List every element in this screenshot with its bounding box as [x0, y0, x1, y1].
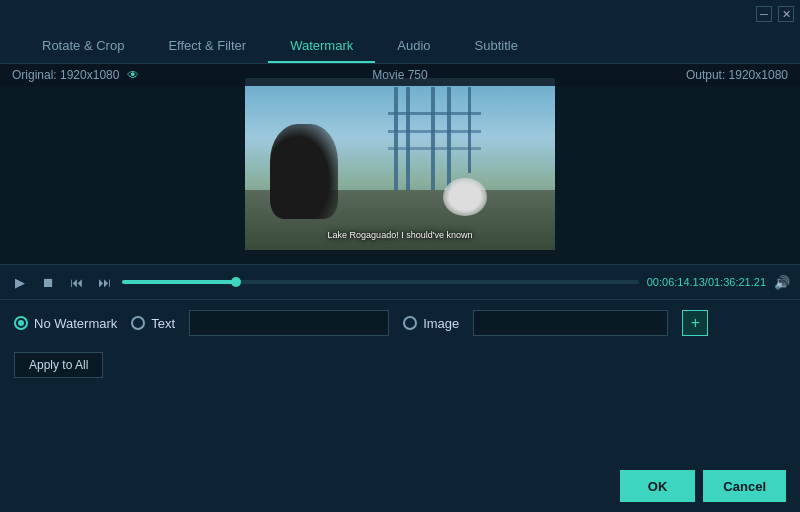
movie-title: Movie 750	[372, 68, 427, 82]
no-watermark-radio[interactable]	[14, 316, 28, 330]
progress-thumb	[231, 277, 241, 287]
tab-audio[interactable]: Audio	[375, 30, 452, 63]
stop-button[interactable]: ⏹	[38, 272, 58, 292]
output-label: Output: 1920x1080	[686, 68, 788, 82]
apply-to-all-button[interactable]: Apply to All	[14, 352, 103, 378]
tab-effect-filter[interactable]: Effect & Filter	[146, 30, 268, 63]
text-label: Text	[151, 316, 175, 331]
video-frame: Lake Rogaguado! I should've known	[245, 78, 555, 250]
watermark-options-row: No Watermark Text Image +	[0, 300, 800, 346]
add-image-button[interactable]: +	[682, 310, 708, 336]
cancel-button[interactable]: Cancel	[703, 470, 786, 502]
no-watermark-option[interactable]: No Watermark	[14, 316, 117, 331]
eye-icon[interactable]: 👁	[127, 68, 139, 82]
play-button[interactable]: ▶	[10, 272, 30, 292]
title-bar: ─ ✕	[0, 0, 800, 28]
close-button[interactable]: ✕	[778, 6, 794, 22]
text-option[interactable]: Text	[131, 316, 175, 331]
controls-bar: ▶ ⏹ ⏮ ⏭ 00:06:14.13/01:36:21.21 🔊	[0, 264, 800, 300]
minimize-button[interactable]: ─	[756, 6, 772, 22]
progress-bar[interactable]	[122, 280, 639, 284]
text-input[interactable]	[189, 310, 389, 336]
image-input[interactable]	[473, 310, 668, 336]
progress-fill	[122, 280, 236, 284]
image-option[interactable]: Image	[403, 316, 459, 331]
ok-button[interactable]: OK	[620, 470, 696, 502]
footer: OK Cancel	[606, 460, 800, 512]
video-scene: Lake Rogaguado! I should've known	[245, 78, 555, 250]
prev-button[interactable]: ⏮	[66, 272, 86, 292]
subtitle-text: Lake Rogaguado! I should've known	[328, 230, 473, 240]
preview-area: Original: 1920x1080 👁 Output: 1920x1080 …	[0, 64, 800, 264]
tab-subtitle[interactable]: Subtitle	[453, 30, 540, 63]
tab-bar: Rotate & Crop Effect & Filter Watermark …	[0, 28, 800, 64]
apply-row: Apply to All	[0, 346, 800, 384]
text-radio[interactable]	[131, 316, 145, 330]
tab-rotate-crop[interactable]: Rotate & Crop	[20, 30, 146, 63]
time-display: 00:06:14.13/01:36:21.21	[647, 276, 766, 288]
image-radio[interactable]	[403, 316, 417, 330]
next-button[interactable]: ⏭	[94, 272, 114, 292]
no-watermark-label: No Watermark	[34, 316, 117, 331]
original-label: Original: 1920x1080	[12, 68, 119, 82]
image-label: Image	[423, 316, 459, 331]
tab-watermark[interactable]: Watermark	[268, 30, 375, 63]
volume-icon[interactable]: 🔊	[774, 275, 790, 290]
